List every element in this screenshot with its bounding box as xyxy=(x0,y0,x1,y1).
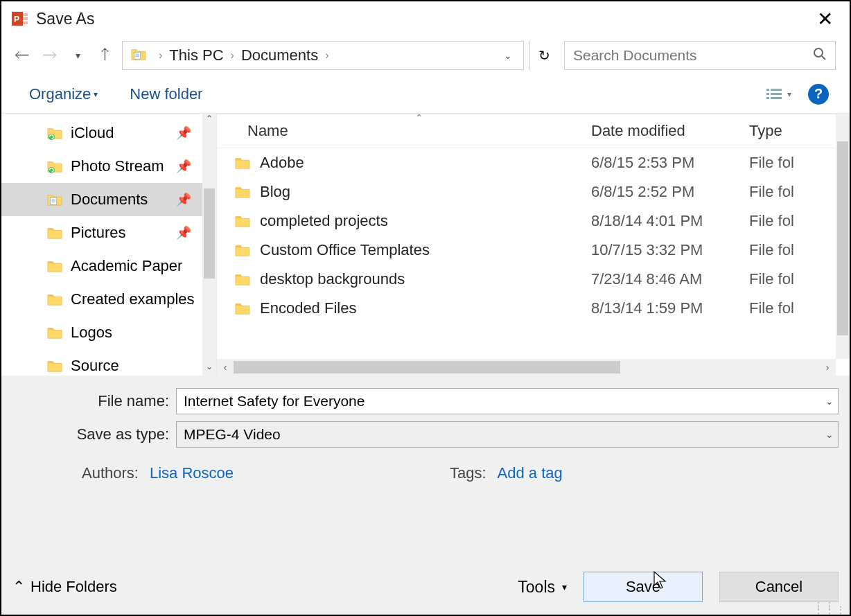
chevron-up-icon: ⌃ xyxy=(12,578,25,596)
back-button[interactable]: 🡐 xyxy=(11,44,33,67)
search-box[interactable] xyxy=(564,41,836,70)
pin-icon: 📌 xyxy=(176,125,191,141)
app-icon: P xyxy=(11,10,29,28)
tree-item-label: Academic Paper xyxy=(71,257,182,275)
scroll-thumb[interactable] xyxy=(234,361,620,373)
breadcrumb-documents[interactable]: Documents xyxy=(241,46,318,64)
authors-value[interactable]: Lisa Roscoe xyxy=(150,464,234,482)
folder-icon xyxy=(47,193,62,206)
tree-item[interactable]: Source xyxy=(1,349,216,376)
file-type: File fol xyxy=(749,270,794,288)
column-name[interactable]: Name xyxy=(217,122,577,140)
file-list-area: ⌃ Name Date modified Type Adobe6/8/15 2:… xyxy=(216,114,850,376)
scroll-thumb[interactable] xyxy=(204,188,215,279)
file-row[interactable]: completed projects8/18/14 4:01 PMFile fo… xyxy=(217,206,850,236)
chevron-right-icon[interactable]: › xyxy=(318,49,335,62)
svg-rect-13 xyxy=(771,89,782,91)
column-headers: ⌃ Name Date modified Type xyxy=(217,114,850,148)
tree-item[interactable]: Created examples xyxy=(1,283,216,316)
address-bar[interactable]: › This PC › Documents › ⌄ xyxy=(122,41,524,70)
tree-item-label: Pictures xyxy=(71,224,125,242)
title-bar: P Save As ✕ xyxy=(1,1,850,36)
refresh-button[interactable]: ↻ xyxy=(529,41,559,70)
file-row[interactable]: Blog6/8/15 2:52 PMFile fol xyxy=(217,177,850,206)
tree-item-label: Created examples xyxy=(71,290,195,308)
file-scrollbar-vertical[interactable] xyxy=(836,114,850,359)
tree-item[interactable]: iCloud📌 xyxy=(1,116,216,150)
file-date: 6/8/15 2:52 PM xyxy=(591,183,749,201)
file-type: File fol xyxy=(749,154,794,172)
file-row[interactable]: Adobe6/8/15 2:53 PMFile fol xyxy=(217,148,850,177)
column-date[interactable]: Date modified xyxy=(577,122,735,140)
address-dropdown[interactable]: ⌄ xyxy=(497,50,519,61)
scroll-right-icon[interactable]: › xyxy=(819,362,836,373)
new-folder-button[interactable]: New folder xyxy=(130,85,202,103)
tree-item[interactable]: Logos xyxy=(1,316,216,349)
svg-rect-9 xyxy=(23,21,28,24)
tree-item-label: Photo Stream xyxy=(71,157,164,175)
chevron-down-icon[interactable]: ⌄ xyxy=(825,396,834,407)
folder-icon xyxy=(235,214,250,228)
tree-item[interactable]: Pictures📌 xyxy=(1,216,216,249)
scroll-left-icon[interactable]: ‹ xyxy=(217,362,234,373)
tags-value[interactable]: Add a tag xyxy=(498,464,563,482)
folder-icon xyxy=(235,301,250,315)
scroll-up-icon[interactable]: ⌃ xyxy=(202,114,216,127)
column-type[interactable]: Type xyxy=(735,122,850,140)
recent-dropdown[interactable]: ▾ xyxy=(67,44,89,67)
file-name-input[interactable]: Internet Safety for Everyone⌄ xyxy=(176,388,839,414)
svg-rect-7 xyxy=(23,13,28,16)
file-name: desktop backgrounds xyxy=(260,270,591,288)
up-button[interactable]: 🡑 xyxy=(94,44,116,67)
scroll-thumb[interactable] xyxy=(837,141,848,335)
chevron-right-icon[interactable]: › xyxy=(152,49,169,62)
save-type-select[interactable]: MPEG-4 Video⌄ xyxy=(176,421,839,448)
file-row[interactable]: Encoded Files8/13/14 1:59 PMFile fol xyxy=(217,294,850,323)
file-row[interactable]: desktop backgrounds7/23/14 8:46 AMFile f… xyxy=(217,265,850,294)
file-date: 7/23/14 8:46 AM xyxy=(591,270,749,288)
save-panel: File name: Internet Safety for Everyone⌄… xyxy=(1,376,850,615)
tools-menu[interactable]: Tools ▾ xyxy=(518,578,567,597)
search-icon[interactable] xyxy=(813,47,827,64)
toolbar: Organize ▾ New folder ▾ ? xyxy=(1,75,850,114)
folder-icon xyxy=(47,126,62,140)
sidebar-scrollbar[interactable]: ⌃ ⌄ xyxy=(202,114,216,376)
sort-indicator-icon: ⌃ xyxy=(415,114,423,123)
resize-grip-icon[interactable]: ⋮⋮⋮⋮⋮ xyxy=(814,604,847,612)
close-button[interactable]: ✕ xyxy=(810,5,840,33)
pin-icon: 📌 xyxy=(176,225,191,240)
folder-icon xyxy=(235,156,250,170)
main-area: iCloud📌Photo Stream📌Documents📌Pictures📌A… xyxy=(1,114,850,376)
forward-button[interactable]: 🡒 xyxy=(39,44,61,67)
save-button[interactable]: Save xyxy=(584,572,703,602)
tree-item-label: Documents xyxy=(71,191,148,209)
breadcrumb-this-pc[interactable]: This PC xyxy=(169,46,223,64)
file-row[interactable]: Custom Office Templates10/7/15 3:32 PMFi… xyxy=(217,236,850,265)
scroll-down-icon[interactable]: ⌄ xyxy=(202,362,216,376)
hide-folders-toggle[interactable]: ⌃ Hide Folders xyxy=(12,578,117,596)
svg-text:P: P xyxy=(14,15,19,24)
folder-icon xyxy=(47,326,62,340)
help-button[interactable]: ? xyxy=(808,84,829,105)
tags-label: Tags: xyxy=(450,464,486,482)
nav-bar: 🡐 🡒 ▾ 🡑 › This PC › Documents › ⌄ ↻ xyxy=(1,36,850,75)
folder-icon xyxy=(47,159,62,173)
chevron-down-icon[interactable]: ⌄ xyxy=(825,429,834,440)
tree-item[interactable]: Photo Stream📌 xyxy=(1,150,216,183)
cancel-button[interactable]: Cancel xyxy=(719,572,839,602)
tree-item-label: Logos xyxy=(71,324,112,342)
organize-menu[interactable]: Organize ▾ xyxy=(29,85,98,103)
file-date: 6/8/15 2:53 PM xyxy=(591,154,749,172)
folder-icon xyxy=(47,292,62,306)
search-input[interactable] xyxy=(573,47,813,64)
save-type-label: Save as type: xyxy=(12,425,176,443)
cursor-icon xyxy=(653,570,668,592)
file-scrollbar-horizontal[interactable]: ‹ › xyxy=(217,359,836,376)
chevron-right-icon[interactable]: › xyxy=(224,49,241,62)
file-type: File fol xyxy=(749,299,794,317)
authors-label: Authors: xyxy=(82,464,139,482)
window-title: Save As xyxy=(36,10,94,28)
view-options[interactable]: ▾ xyxy=(766,87,791,101)
tree-item[interactable]: Documents📌 xyxy=(1,183,216,216)
tree-item[interactable]: Academic Paper xyxy=(1,249,216,283)
